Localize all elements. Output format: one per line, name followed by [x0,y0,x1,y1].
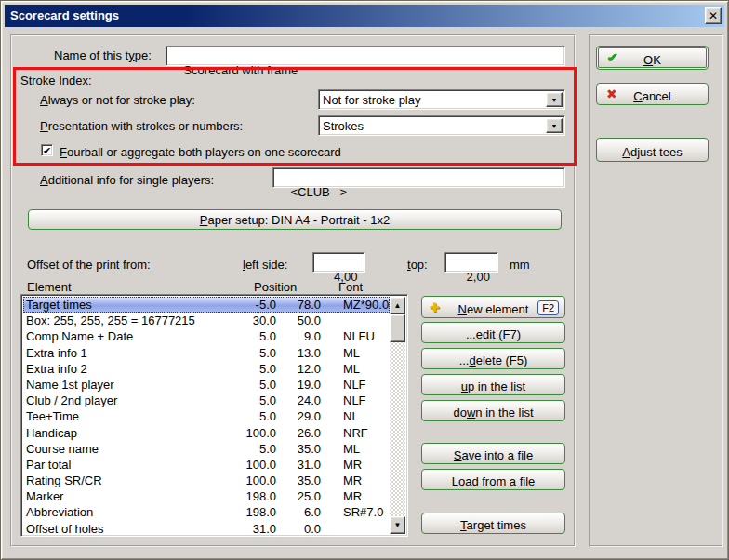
table-row[interactable]: Extra info 2 5.0 12.0 ML [23,361,390,377]
always-or-not-value: Not for stroke play [323,93,421,107]
table-row[interactable]: Course name 5.0 35.0 ML [23,441,390,457]
table-row[interactable]: Box: 255, 255, 255 = 16777215 30.0 50.0 [23,313,390,328]
scroll-up-icon: ▲ [394,301,402,310]
elements-listbox[interactable]: Target times -5.0 78.0 MZ*90.0 Box: 255,… [20,294,408,537]
left-offset-input[interactable]: 4,00 [312,252,365,273]
row-font: ML [321,361,390,377]
row-element-name: Extra info 2 [23,361,219,377]
row-position-x: 5.0 [219,328,276,344]
save-into-file-label: Save into a file [454,445,533,462]
left-side-label: left side: [243,258,287,272]
row-position-y: 25.0 [276,488,321,504]
table-row[interactable]: Handicap 100.0 26.0 NRF [23,425,390,441]
row-font: MR [321,457,390,473]
row-position-y: 19.0 [276,377,321,393]
titlebar[interactable]: Scorecard settings ✕ [5,5,724,27]
row-font: NLF [321,377,390,393]
table-row[interactable]: Club / 2nd player 5.0 24.0 NLF [23,393,390,408]
row-position-x: 100.0 [219,425,276,441]
paper-setup-button[interactable]: Paper setup: DIN A4 - Portrait - 1x2 [28,209,562,230]
additional-info-input[interactable]: <CLUB > [272,167,565,188]
name-of-type-value: Scorecard with frame [183,63,298,77]
dialog-title: Scorecard settings [10,8,119,22]
paper-setup-label: Paper setup: DIN A4 - Portrait - 1x2 [200,213,390,227]
presentation-label: Presentation with strokes or numbers: [40,119,243,133]
table-row[interactable]: Name 1st player 5.0 19.0 NLF [23,377,390,393]
cancel-label: Cancel [633,86,670,103]
row-position-y: 26.0 [276,425,321,441]
always-or-not-label: Always or not for stroke play: [40,93,195,107]
ok-button[interactable]: ✔ OK [596,46,709,70]
row-element-name: Marker [23,488,219,504]
row-element-name: Tee+Time [23,408,219,424]
save-into-file-button[interactable]: Save into a file [421,443,565,464]
table-row[interactable]: Abbreviation 198.0 6.0 SR#7.0 [23,504,390,520]
column-header-position: Position [254,280,297,294]
delete-button[interactable]: ...delete (F5) [421,348,565,369]
edit-label: ...edit (F7) [466,324,521,341]
row-element-name: Name 1st player [23,377,219,393]
row-position-x: 5.0 [219,393,276,408]
load-from-file-button[interactable]: Load from a file [421,469,565,490]
row-position-y: 24.0 [276,393,321,408]
row-position-x: 5.0 [219,408,276,424]
cancel-button[interactable]: ✖ Cancel [596,83,709,105]
presentation-dropdown-button[interactable]: ▼ [546,118,563,133]
row-position-y: 12.0 [276,361,321,377]
down-in-list-button[interactable]: down in the list [421,400,565,421]
row-position-x: 100.0 [219,457,276,473]
table-row[interactable]: Offset of holes 31.0 0.0 [23,521,390,537]
table-row[interactable]: Comp.Name + Date 5.0 9.0 NLFU [23,328,390,344]
row-position-y: 50.0 [276,313,321,328]
row-position-y: 29.0 [276,408,321,424]
stroke-index-label: Stroke Index: [20,73,92,87]
row-position-y: 78.0 [276,297,321,313]
row-position-x: -5.0 [219,297,276,313]
fourball-checkbox[interactable]: ✔ [41,144,53,156]
new-element-button[interactable]: ✚ New element F2 [421,296,565,318]
additional-info-value: <CLUB > [290,185,347,199]
vertical-scrollbar[interactable]: ▲ ▼ [390,297,405,534]
edit-button[interactable]: ...edit (F7) [421,322,565,343]
table-row[interactable]: Rating SR/CR 100.0 35.0 MR [23,473,390,488]
row-font [321,521,390,537]
table-row[interactable]: Extra info 1 5.0 13.0 ML [23,345,390,361]
target-times-button[interactable]: Target times [421,513,565,534]
row-font: MR [321,473,390,488]
row-font: MZ*90.0 [321,297,390,313]
top-offset-input[interactable]: 2,00 [444,252,498,273]
presentation-select[interactable]: Strokes ▼ [318,115,565,136]
scroll-up-button[interactable]: ▲ [390,297,405,314]
up-in-list-button[interactable]: up in the list [421,374,565,395]
ok-label: OK [643,48,661,67]
row-font: MR [321,488,390,504]
row-position-x: 31.0 [219,521,276,537]
scroll-down-button[interactable]: ▼ [390,516,405,534]
close-button[interactable]: ✕ [705,7,722,24]
always-or-not-dropdown-button[interactable]: ▼ [546,92,563,107]
scrollbar-thumb[interactable] [390,314,405,342]
chevron-down-icon: ▼ [551,97,558,103]
row-font: NLF [321,393,390,408]
table-row[interactable]: Par total 100.0 31.0 MR [23,457,390,473]
row-position-y: 9.0 [276,328,321,344]
adjust-tees-label: Adjust tees [622,140,682,159]
row-element-name: Extra info 1 [23,345,219,361]
row-font: NL [321,408,390,424]
adjust-tees-button[interactable]: Adjust tees [596,138,709,162]
always-or-not-select[interactable]: Not for stroke play ▼ [318,89,565,110]
table-row[interactable]: Target times -5.0 78.0 MZ*90.0 [23,297,390,313]
row-element-name: Course name [23,441,219,457]
column-header-element: Element [27,280,72,294]
ok-check-icon: ✔ [606,49,618,66]
row-position-x: 198.0 [219,488,276,504]
table-row[interactable]: Tee+Time 5.0 29.0 NL [23,408,390,424]
row-position-y: 35.0 [276,473,321,488]
row-element-name: Rating SR/CR [23,473,219,488]
checkbox-check-icon: ✔ [43,145,51,156]
row-position-x: 100.0 [219,473,276,488]
name-of-type-input[interactable]: Scorecard with frame [166,46,565,66]
table-row[interactable]: Marker 198.0 25.0 MR [23,488,390,504]
top-offset-value: 2,00 [467,270,490,284]
row-font: ML [321,441,390,457]
